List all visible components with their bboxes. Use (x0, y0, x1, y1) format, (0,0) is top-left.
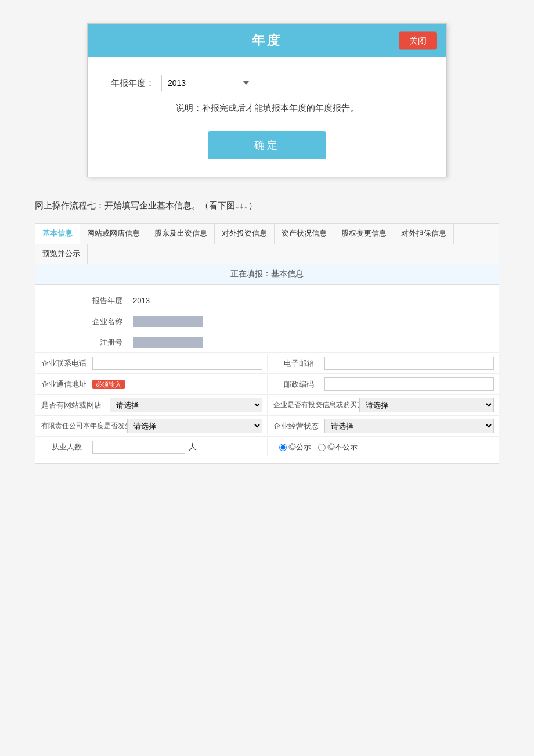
postal-label: 邮政编码 (268, 376, 320, 393)
public-label2: ◎不公示 (327, 442, 358, 452)
stock-select[interactable]: 请选择 是 否 (127, 419, 262, 433)
website-label: 是否有网站或网店 (35, 397, 105, 414)
company-name-label: 企业名称 (35, 313, 128, 330)
tab-guarantee-info[interactable]: 对外担保信息 (394, 224, 454, 244)
tab-equity-info[interactable]: 股权变更信息 (334, 224, 394, 244)
postal-input[interactable] (324, 377, 495, 391)
address-postal-row: 企业通信地址 必须输入 邮政编码 (35, 374, 499, 395)
year-row: 年报年度： 2013 2014 2015 (111, 75, 423, 91)
biz-status-label: 企业经营状态 (268, 417, 320, 435)
company-name-input-dark (133, 316, 203, 327)
year-dialog: 年度 关闭 年报年度： 2013 2014 2015 说明：补报完成后才能填报本… (87, 23, 447, 177)
year-label: 年报年度： (111, 78, 154, 89)
dialog-header: 年度 关闭 (88, 24, 446, 57)
confirm-button[interactable]: 确定 (208, 131, 326, 159)
website-invest-row: 是否有网站或网店 请选择 是 否 企业是否有投资信息或购买其他公司股权 请选择 (35, 395, 499, 416)
reg-no-input-dark (133, 337, 203, 348)
tab-investment-info[interactable]: 对外投资信息 (215, 224, 275, 244)
company-name-row: 企业名称 (35, 311, 499, 332)
employee-col: 从业人数 人 (35, 438, 267, 456)
reg-no-row: 注册号 (35, 332, 499, 353)
invest-select[interactable]: 请选择 是 否 (359, 398, 495, 412)
tab-bar: 基本信息 网站或网店信息 股东及出资信息 对外投资信息 资产状况信息 股权变更信… (35, 224, 499, 264)
website-select[interactable]: 请选择 是 否 (110, 398, 262, 412)
year-select[interactable]: 2013 2014 2015 (161, 75, 254, 91)
form-body: 报告年度 2013 企业名称 注册号 企业联系电话 (35, 285, 499, 463)
dialog-note: 说明：补报完成后才能填报本年度的年度报告。 (111, 103, 423, 114)
postal-value (320, 375, 499, 393)
stock-biz-row: 有限责任公司本年度是否发生股东股权转让 请选择 是 否 企业经营状态 请选择 (35, 416, 499, 437)
public-radio-group: ◎公示 ◎不公示 (279, 442, 495, 452)
biz-status-select[interactable]: 请选择 开业 注销 吊销 撤销 (324, 419, 495, 433)
form-status: 正在填报：基本信息 (35, 264, 499, 285)
employee-label: 从业人数 (35, 438, 88, 456)
postal-col: 邮政编码 (267, 375, 499, 393)
dialog-title: 年度 (252, 32, 282, 49)
invest-col: 企业是否有投资信息或购买其他公司股权 请选择 是 否 (267, 395, 499, 415)
biz-status-value: 请选择 开业 注销 吊销 撤销 (320, 416, 499, 435)
tab-website-info[interactable]: 网站或网店信息 (80, 224, 147, 244)
address-label: 企业通信地址 (35, 376, 88, 393)
report-year-value: 2013 (128, 294, 499, 307)
website-value: 请选择 是 否 (105, 395, 267, 415)
employee-unit: 人 (189, 442, 197, 452)
public-value: ◎公示 ◎不公示 (268, 440, 499, 455)
invest-label: 企业是否有投资信息或购买其他公司股权 (268, 397, 355, 413)
tab-shareholder-info[interactable]: 股东及出资信息 (147, 224, 215, 244)
employee-row: 从业人数 人 ◎公示 (35, 437, 499, 458)
email-input[interactable] (324, 357, 495, 370)
email-value (320, 354, 499, 372)
dialog-body: 年报年度： 2013 2014 2015 说明：补报完成后才能填报本年度的年度报… (88, 57, 446, 177)
stock-value: 请选择 是 否 (122, 416, 267, 435)
website-invest-half-row: 是否有网站或网店 请选择 是 否 企业是否有投资信息或购买其他公司股权 请选择 (35, 395, 499, 415)
stock-label: 有限责任公司本年度是否发生股东股权转让 (35, 417, 122, 434)
stock-col: 有限责任公司本年度是否发生股东股权转让 请选择 是 否 (35, 416, 267, 435)
address-value: 必须输入 (88, 377, 267, 391)
required-badge: 必须输入 (92, 380, 125, 389)
phone-email-half-row: 企业联系电话 电子邮箱 (35, 354, 499, 372)
tab-assets-info[interactable]: 资产状况信息 (275, 224, 334, 244)
email-label: 电子邮箱 (268, 355, 320, 372)
tab-basic-info[interactable]: 基本信息 (35, 224, 80, 244)
phone-label: 企业联系电话 (35, 355, 88, 372)
phone-value (88, 354, 267, 372)
form-panel: 基本信息 网站或网店信息 股东及出资信息 对外投资信息 资产状况信息 股权变更信… (35, 223, 499, 464)
email-col: 电子邮箱 (267, 354, 499, 372)
tab-preview[interactable]: 预览并公示 (35, 244, 88, 264)
stock-biz-half-row: 有限责任公司本年度是否发生股东股权转让 请选择 是 否 企业经营状态 请选择 (35, 416, 499, 435)
address-postal-half-row: 企业通信地址 必须输入 邮政编码 (35, 375, 499, 393)
report-year-label: 报告年度 (35, 292, 128, 309)
instruction-text: 网上操作流程七：开始填写企业基本信息。（看下图↓↓↓） (35, 200, 499, 211)
employee-input[interactable] (92, 441, 185, 454)
employee-value: 人 (88, 438, 267, 456)
public-col: ◎公示 ◎不公示 (267, 438, 499, 456)
public-radio[interactable] (279, 444, 287, 451)
public-option[interactable]: ◎公示 (279, 442, 311, 452)
address-col: 企业通信地址 必须输入 (35, 375, 267, 393)
company-name-value (128, 314, 499, 330)
public-label1: ◎公示 (288, 442, 311, 452)
website-col: 是否有网站或网店 请选择 是 否 (35, 395, 267, 415)
employee-half-row: 从业人数 人 ◎公示 (35, 438, 499, 456)
reg-no-value (128, 334, 499, 351)
invest-value: 请选择 是 否 (355, 395, 499, 415)
close-button[interactable]: 关闭 (399, 32, 437, 50)
report-year-row: 报告年度 2013 (35, 290, 499, 311)
reg-no-label: 注册号 (35, 334, 128, 351)
not-public-option[interactable]: ◎不公示 (318, 442, 358, 452)
biz-col: 企业经营状态 请选择 开业 注销 吊销 撤销 (267, 416, 499, 435)
not-public-radio[interactable] (318, 444, 326, 451)
phone-email-row: 企业联系电话 电子邮箱 (35, 353, 499, 374)
phone-col: 企业联系电话 (35, 354, 267, 372)
phone-input[interactable] (92, 357, 262, 370)
